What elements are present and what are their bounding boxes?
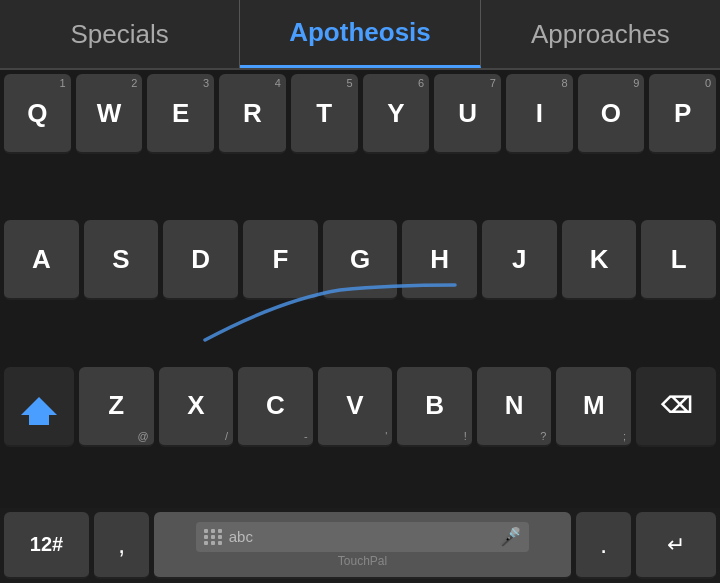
key-f[interactable]: F: [243, 220, 318, 300]
tab-specials[interactable]: Specials: [0, 0, 240, 68]
tab-apotheosis[interactable]: Apotheosis: [240, 0, 480, 68]
key-l[interactable]: L: [641, 220, 716, 300]
dot-button[interactable]: .: [576, 512, 631, 579]
backspace-button[interactable]: ⌫: [636, 367, 716, 447]
key-k[interactable]: K: [562, 220, 637, 300]
bottom-row: 12# , abc 🎤 TouchPal . ↵: [0, 508, 720, 583]
key-j[interactable]: J: [482, 220, 557, 300]
key-i[interactable]: 8 I: [506, 74, 573, 154]
key-c[interactable]: C -: [238, 367, 313, 447]
key-u[interactable]: 7 U: [434, 74, 501, 154]
key-x[interactable]: X /: [159, 367, 234, 447]
key-row-3: Z @ X / C - V ' B ! N ?: [4, 367, 716, 508]
keyboard-container: 1 Q 2 W 3 E 4 R 5 T 6 Y: [0, 70, 720, 583]
key-w[interactable]: 2 W: [76, 74, 143, 154]
key-v[interactable]: V ': [318, 367, 393, 447]
key-o[interactable]: 9 O: [578, 74, 645, 154]
mic-icon: 🎤: [499, 526, 521, 548]
key-m[interactable]: M ;: [556, 367, 631, 447]
key-q[interactable]: 1 Q: [4, 74, 71, 154]
key-e[interactable]: 3 E: [147, 74, 214, 154]
key-row-1: 1 Q 2 W 3 E 4 R 5 T 6 Y: [4, 74, 716, 215]
key-r[interactable]: 4 R: [219, 74, 286, 154]
comma-button[interactable]: ,: [94, 512, 149, 579]
backspace-icon: ⌫: [661, 393, 692, 419]
key-h[interactable]: H: [402, 220, 477, 300]
key-a[interactable]: A: [4, 220, 79, 300]
tab-bar: Specials Apotheosis Approaches: [0, 0, 720, 70]
grid-icon: [204, 529, 223, 545]
enter-button[interactable]: ↵: [636, 512, 716, 579]
keyboard-rows: 1 Q 2 W 3 E 4 R 5 T 6 Y: [0, 70, 720, 508]
key-p[interactable]: 0 P: [649, 74, 716, 154]
key-g[interactable]: G: [323, 220, 398, 300]
key-s[interactable]: S: [84, 220, 159, 300]
key-d[interactable]: D: [163, 220, 238, 300]
enter-icon: ↵: [667, 532, 685, 558]
space-button[interactable]: abc 🎤 TouchPal: [154, 512, 571, 579]
num-sym-button[interactable]: 12#: [4, 512, 89, 579]
key-b[interactable]: B !: [397, 367, 472, 447]
key-y[interactable]: 6 Y: [363, 74, 430, 154]
shift-button[interactable]: [4, 367, 74, 447]
key-t[interactable]: 5 T: [291, 74, 358, 154]
space-inner: abc 🎤: [196, 522, 530, 552]
key-row-2: A S D F G H J K L: [4, 220, 716, 361]
tab-approaches[interactable]: Approaches: [481, 0, 720, 68]
key-n[interactable]: N ?: [477, 367, 552, 447]
key-z[interactable]: Z @: [79, 367, 154, 447]
shift-icon: [21, 397, 57, 415]
